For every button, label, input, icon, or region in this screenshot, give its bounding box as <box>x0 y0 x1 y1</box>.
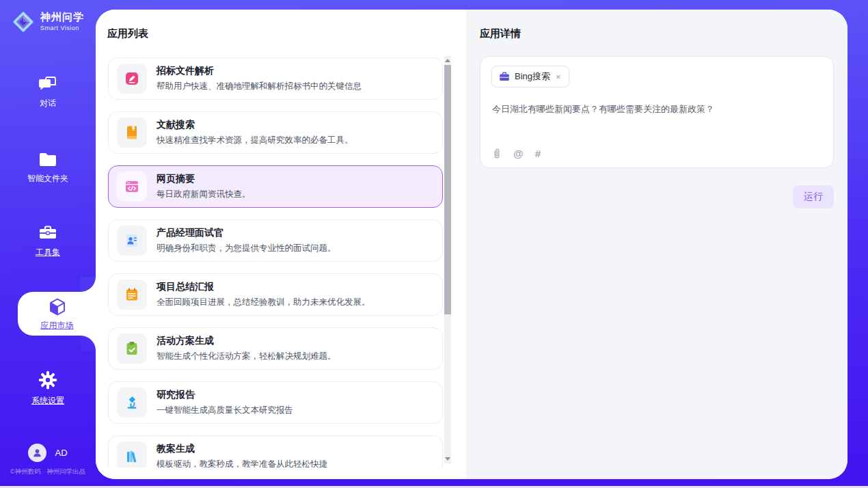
research-report-icon <box>117 388 147 418</box>
tab-fillet-bottom <box>81 336 96 351</box>
scrollbar-thumb[interactable] <box>444 65 451 314</box>
gem-logo-icon <box>11 10 36 34</box>
scroll-up-arrow-icon[interactable] <box>445 59 450 62</box>
app-card[interactable]: 活动方案生成 智能生成个性化活动方案，轻松解决规划难题。 <box>108 327 443 370</box>
tool-tag-bing-search[interactable]: Bing搜索 × <box>491 66 569 87</box>
list-scrollbar[interactable] <box>444 56 451 463</box>
app-card-description: 智能生成个性化活动方案，轻松解决规划难题。 <box>157 351 336 362</box>
content-panel: 应用列表 招标文件解析 帮助用户快速、准确地理解和解析招标书中的关键信息 文献搜… <box>96 10 847 479</box>
app-card-title: 网页摘要 <box>157 173 251 185</box>
sidebar-item-smart-folder[interactable]: 智能文件夹 <box>0 150 96 185</box>
app-card-title: 项目总结汇报 <box>157 281 370 293</box>
query-input-card[interactable]: Bing搜索 × 今日湖北有哪些新闻要点？有哪些需要关注的最新政策？ @ # <box>480 56 834 168</box>
app-card-description: 全面回顾项目进展，总结经验教训，助力未来优化发展。 <box>157 297 370 308</box>
app-card-description: 明确身份和职责，为您提供专业性的面试问题。 <box>157 243 336 254</box>
event-plan-icon <box>117 334 147 364</box>
paperclip-icon[interactable] <box>492 148 502 159</box>
run-button[interactable]: 运行 <box>793 185 834 208</box>
query-text[interactable]: 今日湖北有哪些新闻要点？有哪些需要关注的最新政策？ <box>492 103 822 116</box>
logo-subtitle: Smart Vision <box>40 25 84 32</box>
app-card[interactable]: 网页摘要 每日政府新闻资讯快查。 <box>108 165 443 208</box>
project-summary-icon <box>117 280 147 310</box>
app-card-description: 一键智能生成高质量长文本研究报告 <box>157 405 293 416</box>
app-card-description: 每日政府新闻资讯快查。 <box>157 189 251 200</box>
app-detail-title: 应用详情 <box>480 27 521 40</box>
copyright-text: ©神州数码 · 神州问学出品 <box>0 467 96 476</box>
app-list-panel: 应用列表 招标文件解析 帮助用户快速、准确地理解和解析招标书中的关键信息 文献搜… <box>96 10 466 479</box>
app-card-description: 帮助用户快速、准确地理解和解析招标书中的关键信息 <box>157 81 362 92</box>
avatar[interactable] <box>28 444 46 462</box>
app-card-description: 模板驱动，教案秒成，教学准备从此轻松快捷 <box>157 459 327 467</box>
app-list-title: 应用列表 <box>107 27 148 40</box>
tool-tag-label: Bing搜索 <box>515 70 550 83</box>
user-name: AD <box>55 448 67 458</box>
sidebar-item-label: 工具集 <box>36 247 60 258</box>
app-card-title: 研究报告 <box>157 389 293 401</box>
logo-title: 神州问学 <box>40 12 84 23</box>
gear-icon <box>38 370 58 390</box>
logo-text: 神州问学 Smart Vision <box>40 12 84 31</box>
tag-close-icon[interactable]: × <box>555 72 562 81</box>
web-digest-icon <box>117 172 147 202</box>
app-card[interactable]: 研究报告 一键智能生成高质量长文本研究报告 <box>108 381 443 424</box>
lesson-plan-icon <box>117 442 147 467</box>
sidebar-item-label: 系统设置 <box>31 395 64 407</box>
app-card[interactable]: 招标文件解析 帮助用户快速、准确地理解和解析招标书中的关键信息 <box>108 57 443 100</box>
hash-icon[interactable]: # <box>535 148 541 159</box>
folder-icon <box>38 150 58 168</box>
sidebar-item-label: 智能文件夹 <box>27 173 68 185</box>
app-card-title: 产品经理面试官 <box>157 227 336 239</box>
app-card-title: 教案生成 <box>157 443 327 455</box>
sidebar-item-app-market[interactable]: 应用市场 <box>18 292 96 336</box>
user-account[interactable]: AD <box>0 444 96 462</box>
sidebar: 神州问学 Smart Vision 对话 智能文件夹 <box>0 0 96 486</box>
sidebar-item-toolset[interactable]: 工具集 <box>0 223 96 258</box>
sidebar-item-chat[interactable]: 对话 <box>0 74 96 109</box>
app-card-list: 招标文件解析 帮助用户快速、准确地理解和解析招标书中的关键信息 文献搜索 快速精… <box>108 57 443 467</box>
app-logo: 神州问学 Smart Vision <box>11 10 84 34</box>
toolbox-icon <box>38 223 58 242</box>
sidebar-item-label: 应用市场 <box>41 320 74 331</box>
literature-search-icon <box>117 118 147 148</box>
sidebar-item-settings[interactable]: 系统设置 <box>0 370 96 407</box>
app-card-title: 活动方案生成 <box>157 335 336 347</box>
app-card-description: 快速精准查找学术资源，提高研究效率的必备工具。 <box>157 135 353 146</box>
app-detail-panel: 应用详情 Bing搜索 × 今日湖北有哪些新闻要点？有哪些需要关注的最新政策？ <box>466 10 847 479</box>
app-window: 神州问学 Smart Vision 对话 智能文件夹 <box>0 0 868 486</box>
tab-fillet-top <box>81 277 96 292</box>
chat-icon <box>38 74 58 93</box>
app-card[interactable]: 教案生成 模板驱动，教案秒成，教学准备从此轻松快捷 <box>108 435 443 467</box>
app-card[interactable]: 产品经理面试官 明确身份和职责，为您提供专业性的面试问题。 <box>108 219 443 262</box>
attachment-toolbar: @ # <box>492 148 541 159</box>
cube-icon <box>47 297 68 317</box>
app-card-title: 文献搜索 <box>157 119 353 131</box>
at-icon[interactable]: @ <box>513 148 524 159</box>
app-card[interactable]: 项目总结汇报 全面回顾项目进展，总结经验教训，助力未来优化发展。 <box>108 273 443 316</box>
app-card-title: 招标文件解析 <box>157 65 362 77</box>
app-card[interactable]: 文献搜索 快速精准查找学术资源，提高研究效率的必备工具。 <box>108 111 443 154</box>
pm-interviewer-icon <box>117 226 147 256</box>
scroll-down-arrow-icon[interactable] <box>445 457 450 461</box>
sidebar-item-label: 对话 <box>40 98 56 109</box>
bid-parse-icon <box>117 64 147 94</box>
briefcase-icon <box>499 72 510 82</box>
